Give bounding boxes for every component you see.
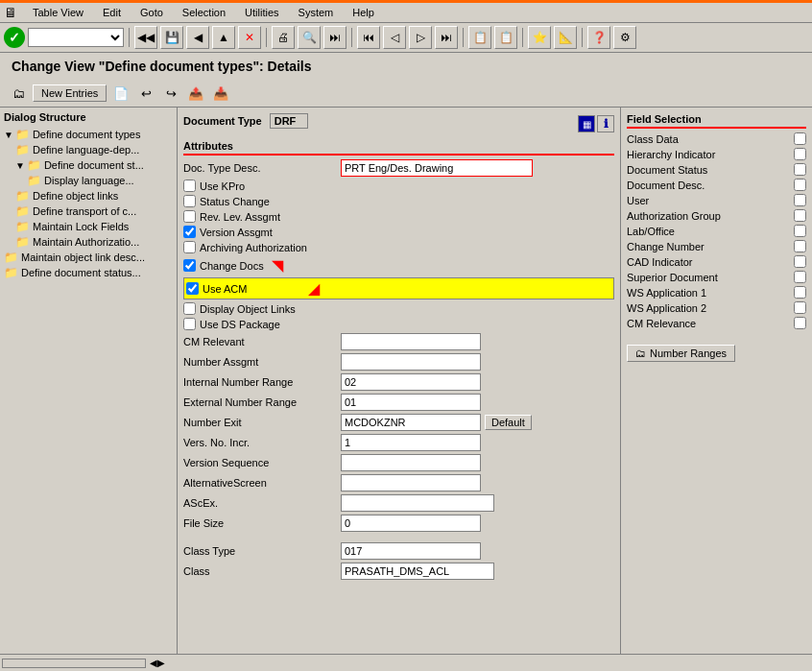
doc-type-desc-input[interactable] <box>341 159 533 177</box>
undo-button[interactable]: ↩ <box>135 83 156 104</box>
sidebar-item-transport[interactable]: 📁 Define transport of c... <box>15 204 173 219</box>
field-sel-row-1: Hierarchy Indicator <box>627 148 806 160</box>
import-button[interactable]: 📥 <box>210 83 231 104</box>
tab-icon-grid[interactable]: ▦ <box>578 115 595 132</box>
cm-relevant-row: CM Relevant <box>183 333 614 350</box>
sidebar-item-authorization[interactable]: 📁 Maintain Authorizatio... <box>15 234 173 250</box>
redo-button[interactable]: ↪ <box>160 83 181 104</box>
choice-button[interactable]: 📋 <box>468 26 491 49</box>
change-docs-checkbox[interactable] <box>183 259 196 272</box>
ascex-input[interactable] <box>341 494 494 512</box>
field-sel-label-5: Authorization Group <box>627 210 721 222</box>
default-button[interactable]: Default <box>485 415 532 430</box>
bookmark-button[interactable]: ⭐ <box>528 26 551 49</box>
field-sel-row-9: Superior Document <box>627 271 806 283</box>
print-button[interactable]: 🖨 <box>272 26 295 49</box>
first-button[interactable]: ⏮ <box>357 26 380 49</box>
save-button[interactable]: 💾 <box>160 26 183 49</box>
cm-relevant-input[interactable] <box>341 333 481 350</box>
field-sel-row-6: Lab/Office <box>627 225 806 237</box>
use-ds-package-checkbox[interactable] <box>183 318 196 330</box>
sidebar-item-language-dep[interactable]: 📁 Define language-dep... <box>15 142 173 157</box>
sidebar-item-define-doc-types[interactable]: ▼ 📁 Define document types <box>4 127 173 142</box>
field-sel-checkbox-7[interactable] <box>794 240 806 252</box>
menu-selection[interactable]: Selection <box>179 5 229 20</box>
sidebar-item-lock-fields[interactable]: 📁 Maintain Lock Fields <box>15 219 173 234</box>
back-button[interactable]: ◀ <box>186 26 209 49</box>
vers-no-incr-row: Vers. No. Incr. <box>183 434 614 451</box>
sidebar-item-doc-status[interactable]: 📁 Define document status... <box>4 265 173 280</box>
field-sel-checkbox-1[interactable] <box>794 148 806 160</box>
field-sel-checkbox-3[interactable] <box>794 179 806 191</box>
field-sel-checkbox-8[interactable] <box>794 255 806 268</box>
next-button[interactable]: ▷ <box>409 26 432 49</box>
class-type-input[interactable] <box>341 542 481 560</box>
status-change-checkbox[interactable] <box>183 195 196 207</box>
copy-button[interactable]: 📄 <box>110 83 131 104</box>
sidebar-item-object-link-desc[interactable]: 📁 Maintain object link desc... <box>4 250 173 265</box>
sidebar-label: Display language... <box>44 175 134 186</box>
use-kpro-checkbox[interactable] <box>183 180 196 192</box>
tab-icon-info[interactable]: ℹ <box>597 115 614 132</box>
confirm-button[interactable]: ✓ <box>4 27 25 48</box>
table-icon-button[interactable]: 🗂 <box>8 83 29 104</box>
number-exit-input[interactable] <box>341 414 481 431</box>
use-acm-checkbox[interactable] <box>186 282 199 295</box>
scroll-left-btn[interactable]: ◀ <box>150 658 157 668</box>
archiving-checkbox[interactable] <box>183 241 196 253</box>
field-sel-checkbox-9[interactable] <box>794 271 806 283</box>
field-sel-checkbox-5[interactable] <box>794 209 806 222</box>
find-next-button[interactable]: ⏭ <box>323 26 346 49</box>
display-obj-links-checkbox[interactable] <box>183 302 196 315</box>
settings-button[interactable]: ⚙ <box>613 26 636 49</box>
command-field[interactable] <box>28 28 124 47</box>
field-sel-checkbox-6[interactable] <box>794 225 806 237</box>
rev-lev-checkbox[interactable] <box>183 210 196 223</box>
version-assgmt-checkbox[interactable] <box>183 226 196 238</box>
field-sel-row-10: WS Application 1 <box>627 286 806 299</box>
file-size-label: File Size <box>183 517 337 529</box>
scroll-right-btn[interactable]: ▶ <box>157 658 165 668</box>
external-num-range-input[interactable] <box>341 394 481 411</box>
vers-no-incr-input[interactable] <box>341 434 481 451</box>
menu-edit[interactable]: Edit <box>99 5 125 20</box>
help-button[interactable]: ❓ <box>587 26 610 49</box>
checkbox-rev-lev: Rev. Lev. Assgmt <box>183 210 614 223</box>
up-button[interactable]: ▲ <box>212 26 235 49</box>
field-sel-checkbox-11[interactable] <box>794 301 806 314</box>
sidebar-item-document-st[interactable]: ▼ 📁 Define document st... <box>15 157 173 173</box>
prev-button[interactable]: ◁ <box>383 26 406 49</box>
field-sel-checkbox-4[interactable] <box>794 194 806 206</box>
sidebar-label: Maintain Authorizatio... <box>33 236 139 248</box>
find-button[interactable]: 🔍 <box>298 26 321 49</box>
menu-goto[interactable]: Goto <box>136 5 167 20</box>
number-ranges-button[interactable]: 🗂 Number Ranges <box>627 345 735 362</box>
menu-table-view[interactable]: Table View <box>29 5 87 20</box>
back-back-button[interactable]: ◀◀ <box>134 26 157 49</box>
layout-button[interactable]: 📐 <box>554 26 577 49</box>
menu-help[interactable]: Help <box>348 5 378 20</box>
number-assgmt-input[interactable] <box>341 353 481 371</box>
scroll-indicator[interactable] <box>2 659 146 668</box>
field-sel-checkbox-10[interactable] <box>794 286 806 299</box>
field-sel-row-5: Authorization Group <box>627 209 806 222</box>
field-sel-checkbox-2[interactable] <box>794 163 806 176</box>
export-button[interactable]: 📤 <box>185 83 206 104</box>
field-sel-checkbox-0[interactable] <box>794 132 806 145</box>
field-sel-label-2: Document Status <box>627 164 707 176</box>
menu-system[interactable]: System <box>295 5 338 20</box>
choice2-button[interactable]: 📋 <box>494 26 517 49</box>
new-entries-button[interactable]: New Entries <box>33 84 107 102</box>
version-sequence-input[interactable] <box>341 454 481 471</box>
class-input[interactable] <box>341 563 494 580</box>
sidebar-item-object-links[interactable]: 📁 Define object links <box>15 188 173 204</box>
last-button[interactable]: ⏭ <box>435 26 458 49</box>
menu-utilities[interactable]: Utilities <box>241 5 282 20</box>
internal-num-range-input[interactable] <box>341 373 481 391</box>
file-size-input[interactable] <box>341 515 481 532</box>
sidebar-item-display-language[interactable]: 📁 Display language... <box>27 173 173 188</box>
alternative-screen-input[interactable] <box>341 474 481 491</box>
number-ranges-label: Number Ranges <box>650 347 727 359</box>
cancel-button[interactable]: ✕ <box>238 26 261 49</box>
field-sel-checkbox-12[interactable] <box>794 317 806 329</box>
